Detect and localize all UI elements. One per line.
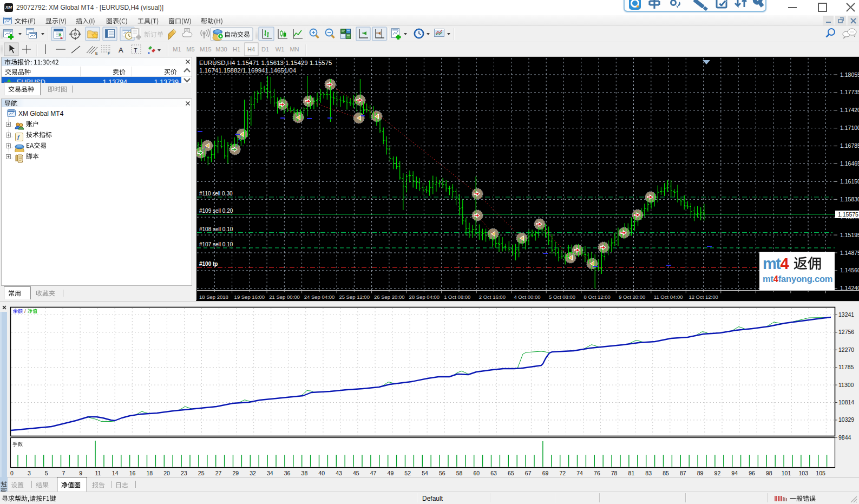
svg-text:52: 52 [404,470,411,476]
svg-text:65: 65 [508,470,514,476]
svg-text:1.16150: 1.16150 [840,178,859,185]
svg-text:#110 sell 0.30: #110 sell 0.30 [199,191,233,197]
svg-text:54: 54 [422,470,428,476]
svg-text:36: 36 [284,470,291,476]
svg-text:29: 29 [232,470,239,476]
svg-text:32: 32 [250,470,256,476]
svg-text:47: 47 [370,470,377,476]
svg-text:67: 67 [525,470,532,476]
svg-text:103: 103 [799,470,809,476]
svg-text:1.14560: 1.14560 [840,267,859,273]
svg-text:20: 20 [163,470,170,476]
svg-text:1.16465: 1.16465 [840,160,859,167]
svg-text:96: 96 [749,470,755,476]
svg-text:10814: 10814 [838,399,854,405]
svg-text:16: 16 [129,470,136,476]
svg-text:11 Oct 04:00: 11 Oct 04:00 [654,294,683,300]
svg-text:81: 81 [628,470,635,476]
svg-text:63: 63 [490,470,497,476]
svg-text:26 Sep 20:00: 26 Sep 20:00 [374,294,405,300]
svg-text:101: 101 [782,470,791,476]
svg-text:40: 40 [318,470,325,476]
svg-text:mt4: mt4 [763,255,789,272]
svg-text:83: 83 [645,470,652,476]
svg-text:38: 38 [301,470,308,476]
svg-text:H4: H4 [247,46,255,53]
svg-text:#100 tp: #100 tp [199,261,218,267]
svg-text:69: 69 [542,470,549,476]
svg-text:2 Oct 16:00: 2 Oct 16:00 [479,294,506,300]
svg-text:85: 85 [663,470,669,476]
svg-text:12270: 12270 [838,346,854,353]
svg-text:1.15195: 1.15195 [840,232,859,238]
svg-text:#108 sell 0.10: #108 sell 0.10 [199,226,233,232]
svg-text:1.14875: 1.14875 [840,250,859,256]
svg-text:E: E [95,51,98,55]
svg-text:56: 56 [439,470,445,476]
svg-text:21 Sep 00:00: 21 Sep 00:00 [269,294,300,300]
svg-text:11: 11 [95,470,101,476]
svg-text:58: 58 [456,470,463,476]
svg-text:25: 25 [198,470,205,476]
svg-text:4 Oct 00:00: 4 Oct 00:00 [514,294,540,300]
svg-text:13241: 13241 [838,311,854,318]
svg-text:T: T [134,47,137,54]
svg-text:43: 43 [336,470,342,476]
svg-text:#107 sell 0.10: #107 sell 0.10 [199,241,233,247]
svg-text:9844: 9844 [838,434,851,441]
svg-text:1.17735: 1.17735 [840,89,859,95]
svg-text:1 Oct 08:00: 1 Oct 08:00 [444,294,470,300]
svg-text:5: 5 [45,470,48,476]
svg-text:7: 7 [62,470,65,476]
svg-text:11300: 11300 [838,382,854,388]
svg-text:49: 49 [388,470,394,476]
svg-text:60: 60 [473,470,480,476]
svg-text:1.15830: 1.15830 [840,196,859,202]
svg-text:45: 45 [353,470,359,476]
svg-text:12 Oct 12:00: 12 Oct 12:00 [688,294,718,300]
svg-text:1.17420: 1.17420 [840,107,859,113]
svg-text:W1: W1 [276,46,285,53]
svg-text:1.14240: 1.14240 [840,285,859,291]
svg-text:34: 34 [267,470,273,476]
svg-text:0: 0 [10,470,14,476]
svg-text:9 Oct 20:00: 9 Oct 20:00 [619,294,645,300]
svg-text:8 Oct 12:00: 8 Oct 12:00 [584,294,611,300]
svg-text:EURUSD,H4 1.15471 1.15613 1.1: EURUSD,H4 1.15471 1.15613 1.15429 1.1557… [199,60,332,66]
svg-text:M1: M1 [173,46,181,53]
svg-text:18 Sep 2018: 18 Sep 2018 [199,294,228,300]
svg-text:14: 14 [112,470,119,476]
svg-text:74: 74 [576,470,583,476]
svg-text:10329: 10329 [838,416,854,423]
svg-text:1.17100: 1.17100 [840,125,859,131]
svg-text:3: 3 [28,470,31,476]
svg-text:94: 94 [731,470,738,476]
svg-text:92: 92 [714,470,721,476]
svg-text:25 Sep 12:00: 25 Sep 12:00 [339,294,370,300]
svg-text:28 Sep 04:00: 28 Sep 04:00 [409,294,440,300]
svg-text:89: 89 [697,470,704,476]
svg-text:87: 87 [680,470,686,476]
svg-text:9: 9 [79,470,82,476]
svg-text:1.16785: 1.16785 [840,142,859,149]
svg-text:24 Sep 04:00: 24 Sep 04:00 [304,294,335,300]
svg-text:#109 sell 0.20: #109 sell 0.20 [199,208,233,214]
svg-text:/: / [24,308,26,314]
svg-text:H1: H1 [233,46,240,53]
svg-text:18: 18 [146,470,153,476]
svg-text:76: 76 [594,470,600,476]
svg-text:D1: D1 [261,46,269,53]
svg-text:19 Sep 16:00: 19 Sep 16:00 [234,294,265,300]
svg-text:mt4fanyong.com: mt4fanyong.com [763,274,832,284]
svg-text:98: 98 [766,470,772,476]
svg-text:11785: 11785 [838,364,854,370]
svg-text:5 Oct 08:00: 5 Oct 08:00 [549,294,575,300]
svg-text:72: 72 [559,470,566,476]
svg-text:A: A [119,46,123,54]
svg-text:27: 27 [215,470,222,476]
svg-text:1.18055: 1.18055 [840,71,859,78]
svg-text:M5: M5 [186,46,194,53]
svg-text:M15: M15 [200,46,211,53]
svg-text:1.15575: 1.15575 [838,211,858,218]
svg-text:1.16741.15882/1.169941.14651/0: 1.16741.15882/1.169941.14651/04 [199,67,297,74]
